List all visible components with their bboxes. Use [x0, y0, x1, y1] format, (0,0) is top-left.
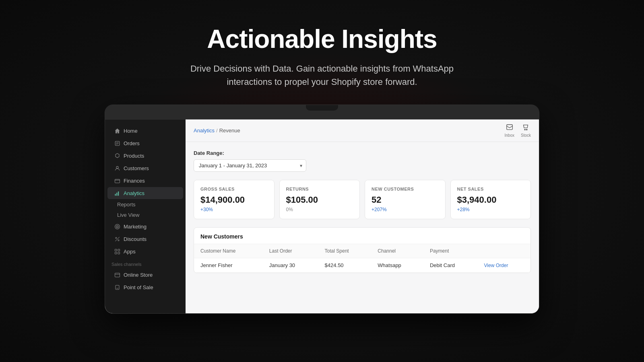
sidebar-label-apps: Apps [124, 249, 136, 255]
hero-title: Actionable Insights [169, 24, 475, 54]
svg-point-13 [118, 240, 119, 241]
svg-rect-8 [118, 191, 119, 196]
svg-rect-5 [115, 179, 120, 183]
stock-label: Stock [521, 133, 531, 138]
date-range-label: Date Range: [194, 150, 531, 156]
discounts-icon [114, 236, 120, 242]
metric-card-gross-sales: GROSS SALES $14,900.00 +30% [194, 180, 275, 219]
main-content: Analytics / Revenue Inbox [186, 119, 539, 313]
products-icon [114, 152, 120, 159]
svg-point-12 [116, 237, 117, 239]
metric-card-returns: RETURNS $105.00 0% [279, 180, 360, 219]
hero-section: Actionable Insights Drive Decisions with… [161, 0, 483, 105]
svg-rect-18 [118, 252, 120, 254]
total-spent: $424.50 [318, 258, 372, 273]
sidebar-item-marketing[interactable]: Marketing [107, 220, 183, 232]
sidebar-label-orders: Orders [124, 140, 140, 146]
sidebar-label-analytics: Analytics [124, 190, 144, 196]
sidebar-label-point-of-sale: Point of Sale [124, 284, 153, 290]
hero-subtitle: Drive Decisions with Data. Gain actionab… [169, 62, 475, 88]
svg-rect-20 [116, 285, 119, 290]
sidebar: Home Orders Products Customers [105, 119, 186, 313]
sidebar-label-customers: Customers [124, 165, 149, 171]
stock-action[interactable]: Stock [521, 123, 531, 138]
sidebar-item-orders[interactable]: Orders [107, 137, 183, 149]
new-customers-change: +207% [372, 207, 439, 212]
sidebar-sublabel-reports: Reports [117, 202, 136, 208]
stock-icon [522, 123, 529, 132]
topbar-actions: Inbox Stock [505, 123, 531, 138]
sidebar-item-customers[interactable]: Customers [107, 162, 183, 174]
home-icon [114, 128, 120, 134]
inbox-action[interactable]: Inbox [505, 123, 514, 138]
customer-name: Jenner Fisher [194, 258, 263, 273]
col-header-name: Customer Name [194, 244, 263, 258]
svg-rect-16 [118, 249, 120, 251]
sidebar-item-products[interactable]: Products [107, 150, 183, 162]
sales-channels-label: Sales channels [105, 258, 186, 268]
view-order-link[interactable]: View Order [484, 263, 508, 268]
apps-icon [114, 248, 120, 255]
sidebar-item-analytics[interactable]: Analytics [107, 187, 183, 199]
channel: Whatsapp [371, 258, 423, 273]
new-customers-table: New Customers Customer Name Last Order T… [194, 227, 531, 273]
col-header-last-order: Last Order [263, 244, 318, 258]
gross-sales-value: $14,900.00 [200, 195, 268, 205]
sidebar-label-home: Home [124, 128, 138, 134]
svg-point-4 [116, 166, 118, 168]
sidebar-label-online-store: Online Store [124, 272, 153, 278]
sidebar-label-products: Products [124, 153, 144, 159]
new-customers-label: NEW CUSTOMERS [372, 187, 439, 191]
svg-point-23 [525, 129, 526, 130]
svg-rect-7 [116, 193, 117, 196]
sidebar-sub-item-live-view[interactable]: Live View [107, 210, 183, 220]
sidebar-item-point-of-sale[interactable]: Point of Sale [107, 281, 183, 293]
payment: Debit Card [423, 258, 478, 273]
browser-top-bar [105, 105, 539, 119]
metric-card-new-customers: NEW CUSTOMERS 52 +207% [365, 180, 446, 219]
date-range-select[interactable]: January 1 - January 31, 2023 [194, 159, 306, 172]
svg-point-24 [526, 129, 527, 130]
sidebar-item-home[interactable]: Home [107, 125, 183, 137]
marketing-icon [114, 223, 120, 230]
svg-rect-6 [115, 194, 116, 196]
svg-rect-22 [507, 125, 512, 130]
sidebar-label-finances: Finances [124, 178, 145, 184]
svg-line-14 [115, 237, 120, 241]
table-header-row: Customer Name Last Order Total Spent Cha… [194, 244, 530, 258]
sidebar-sub-item-reports[interactable]: Reports [107, 200, 183, 210]
camera-notch [306, 105, 338, 111]
gross-sales-change: +30% [200, 207, 268, 212]
last-order: January 30 [263, 258, 318, 273]
breadcrumb-separator: / [216, 128, 218, 134]
sidebar-item-discounts[interactable]: Discounts [107, 233, 183, 245]
customers-data-table: Customer Name Last Order Total Spent Cha… [194, 244, 530, 273]
returns-value: $105.00 [286, 195, 353, 205]
sidebar-item-finances[interactable]: Finances [107, 175, 183, 187]
finances-icon [114, 177, 120, 184]
online-store-icon [114, 272, 120, 278]
content-area: Date Range: January 1 - January 31, 2023… [186, 142, 539, 281]
sidebar-item-apps[interactable]: Apps [107, 245, 183, 257]
breadcrumb: Analytics / Revenue [194, 128, 240, 134]
table-title: New Customers [194, 228, 530, 244]
returns-label: RETURNS [286, 187, 353, 191]
inbox-icon [506, 123, 513, 132]
browser-frame: Home Orders Products Customers [105, 105, 539, 314]
svg-rect-17 [115, 252, 117, 254]
shopify-ui: Home Orders Products Customers [105, 119, 539, 313]
col-header-action [478, 244, 530, 258]
svg-rect-15 [115, 249, 117, 251]
net-sales-change: +28% [457, 207, 524, 212]
sidebar-label-discounts: Discounts [124, 236, 147, 242]
date-range-wrapper: January 1 - January 31, 2023 ▾ [194, 159, 306, 172]
sidebar-item-online-store[interactable]: Online Store [107, 269, 183, 281]
sidebar-sublabel-live-view: Live View [117, 212, 139, 218]
sidebar-label-marketing: Marketing [124, 224, 147, 230]
breadcrumb-parent[interactable]: Analytics [194, 128, 215, 134]
net-sales-value: $3,940.00 [457, 195, 524, 205]
svg-point-11 [117, 226, 118, 227]
metrics-row: GROSS SALES $14,900.00 +30% RETURNS $105… [194, 180, 531, 219]
pos-icon [114, 284, 120, 290]
net-sales-label: NET SALES [457, 187, 524, 191]
